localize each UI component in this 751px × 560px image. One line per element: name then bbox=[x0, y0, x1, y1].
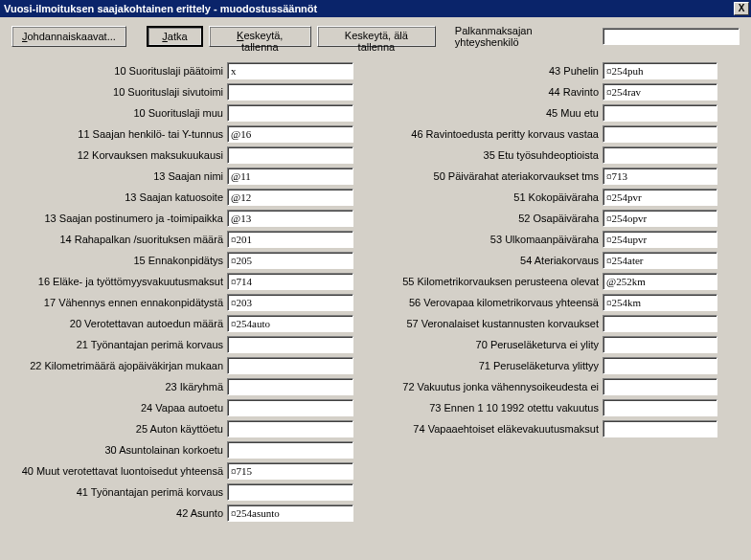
right-input[interactable] bbox=[603, 378, 717, 395]
left-input[interactable] bbox=[227, 462, 353, 480]
left-label: 20 Verotettavan autoedun määrä bbox=[11, 318, 227, 329]
right-input[interactable] bbox=[603, 357, 717, 374]
left-input[interactable] bbox=[227, 336, 353, 353]
left-row: 10 Suorituslaji päätoimi bbox=[11, 61, 353, 80]
right-label: 74 Vapaaehtoiset eläkevakuutusmaksut bbox=[363, 423, 603, 435]
right-input[interactable] bbox=[603, 168, 717, 185]
right-input[interactable] bbox=[603, 399, 717, 416]
right-input[interactable] bbox=[603, 315, 717, 332]
left-input[interactable] bbox=[227, 210, 353, 227]
left-label: 13 Saajan nimi bbox=[11, 170, 227, 182]
close-button[interactable]: X bbox=[734, 2, 749, 15]
left-input[interactable] bbox=[227, 294, 353, 311]
right-input[interactable] bbox=[603, 273, 717, 290]
johdannaiskaavat-button[interactable]: Johdannaiskaavat... bbox=[11, 26, 126, 47]
right-row: 57 Veronalaiset kustannusten korvaukset bbox=[363, 314, 717, 333]
keskeyta-ala-tallenna-button[interactable]: Keskeytä, älä tallenna bbox=[317, 26, 436, 47]
right-row: 54 Ateriakorvaus bbox=[363, 251, 717, 270]
left-label: 23 Ikäryhmä bbox=[11, 381, 227, 392]
right-input[interactable] bbox=[603, 125, 717, 143]
left-input[interactable] bbox=[227, 315, 353, 332]
right-input[interactable] bbox=[603, 231, 717, 248]
left-label: 21 Työnantajan perimä korvaus bbox=[11, 339, 227, 350]
right-label: 43 Puhelin bbox=[363, 65, 603, 77]
left-input[interactable] bbox=[227, 231, 353, 248]
left-input[interactable] bbox=[227, 357, 353, 374]
right-label: 50 Päivärahat ateriakorvaukset tms bbox=[363, 170, 603, 182]
right-input[interactable] bbox=[603, 252, 717, 269]
left-label: 14 Rahapalkan /suorituksen määrä bbox=[11, 234, 227, 245]
left-input[interactable] bbox=[227, 420, 353, 437]
right-input[interactable] bbox=[603, 189, 717, 206]
right-row: 56 Verovapaa kilometrikorvaus yhteensä bbox=[363, 293, 717, 312]
left-label: 12 Korvauksen maksukuukausi bbox=[11, 149, 227, 161]
left-row: 10 Suorituslaji sivutoimi bbox=[11, 82, 353, 101]
left-row: 40 Muut verotettavat luontoisedut yhteen… bbox=[11, 461, 353, 481]
left-row: 20 Verotettavan autoedun määrä bbox=[11, 314, 353, 333]
left-input[interactable] bbox=[227, 62, 353, 79]
left-input[interactable] bbox=[227, 104, 353, 122]
right-label: 71 Peruseläketurva ylittyy bbox=[363, 360, 603, 371]
left-input[interactable] bbox=[227, 168, 353, 185]
right-label: 45 Muu etu bbox=[363, 107, 603, 119]
left-label: 40 Muut verotettavat luontoisedut yhteen… bbox=[11, 465, 227, 477]
left-row: 21 Työnantajan perimä korvaus bbox=[11, 335, 353, 354]
right-input[interactable] bbox=[603, 420, 717, 437]
left-label: 25 Auton käyttöetu bbox=[11, 423, 227, 435]
left-label: 13 Saajan postinumero ja -toimipaikka bbox=[11, 213, 227, 224]
left-input[interactable] bbox=[227, 83, 353, 101]
keskeyta-tallenna-button[interactable]: Keskeytä, tallenna bbox=[209, 26, 311, 47]
right-input[interactable] bbox=[603, 146, 717, 164]
title-bar: Vuosi-ilmoituksen saajakohtainen erittel… bbox=[0, 0, 751, 17]
left-label: 41 Työnantajan perimä korvaus bbox=[11, 486, 227, 498]
right-input[interactable] bbox=[603, 83, 717, 101]
right-input[interactable] bbox=[603, 62, 717, 79]
left-row: 41 Työnantajan perimä korvaus bbox=[11, 482, 353, 502]
right-row: 74 Vapaaehtoiset eläkevakuutusmaksut bbox=[363, 419, 717, 438]
right-label: 44 Ravinto bbox=[363, 86, 603, 98]
left-row: 13 Saajan nimi bbox=[11, 167, 353, 186]
right-input[interactable] bbox=[603, 336, 717, 353]
left-label: 24 Vapaa autoetu bbox=[11, 402, 227, 414]
left-input[interactable] bbox=[227, 483, 353, 501]
left-input[interactable] bbox=[227, 399, 353, 416]
left-input[interactable] bbox=[227, 378, 353, 395]
jatka-button[interactable]: Jatka bbox=[147, 26, 202, 47]
left-label: 30 Asuntolainan korkoetu bbox=[11, 444, 227, 456]
right-input[interactable] bbox=[603, 294, 717, 311]
left-input[interactable] bbox=[227, 189, 353, 206]
right-label: 57 Veronalaiset kustannusten korvaukset bbox=[363, 318, 603, 329]
left-input[interactable] bbox=[227, 273, 353, 290]
right-label: 51 Kokopäiväraha bbox=[363, 191, 603, 203]
left-input[interactable] bbox=[227, 146, 353, 164]
left-input[interactable] bbox=[227, 504, 353, 522]
left-label: 10 Suorituslaji sivutoimi bbox=[11, 86, 227, 98]
left-label: 13 Saajan katuosoite bbox=[11, 191, 227, 203]
left-row: 13 Saajan katuosoite bbox=[11, 188, 353, 207]
right-row: 46 Ravintoedusta peritty korvaus vastaa bbox=[363, 124, 717, 144]
right-row: 71 Peruseläketurva ylittyy bbox=[363, 356, 717, 375]
contact-label: Palkanmaksajan yhteyshenkilö bbox=[455, 25, 592, 48]
right-label: 54 Ateriakorvaus bbox=[363, 255, 603, 266]
right-label: 53 Ulkomaanpäiväraha bbox=[363, 234, 603, 245]
left-input[interactable] bbox=[227, 441, 353, 459]
right-input[interactable] bbox=[603, 210, 717, 227]
left-input[interactable] bbox=[227, 252, 353, 269]
left-label: 16 Eläke- ja työttömyysvakuutusmaksut bbox=[11, 276, 227, 287]
right-input[interactable] bbox=[603, 104, 717, 122]
left-label: 10 Suorituslaji muu bbox=[11, 107, 227, 119]
right-row: 45 Muu etu bbox=[363, 103, 717, 123]
left-input[interactable] bbox=[227, 125, 353, 143]
left-label: 11 Saajan henkilö- tai Y-tunnus bbox=[11, 128, 227, 140]
left-row: 30 Asuntolainan korkoetu bbox=[11, 440, 353, 459]
left-row: 25 Auton käyttöetu bbox=[11, 419, 353, 438]
right-row: 44 Ravinto bbox=[363, 82, 717, 101]
contact-input[interactable] bbox=[603, 28, 740, 45]
right-column: 43 Puhelin44 Ravinto45 Muu etu46 Ravinto… bbox=[363, 61, 717, 523]
left-label: 15 Ennakonpidätys bbox=[11, 255, 227, 266]
left-label: 22 Kilometrimäärä ajopäiväkirjan mukaan bbox=[11, 360, 227, 371]
right-row: 72 Vakuutus jonka vähennysoikeudesta ei bbox=[363, 377, 717, 396]
left-row: 17 Vähennys ennen ennakonpidätystä bbox=[11, 293, 353, 312]
right-label: 73 Ennen 1 10 1992 otettu vakuutus bbox=[363, 402, 603, 414]
right-row: 43 Puhelin bbox=[363, 61, 717, 80]
